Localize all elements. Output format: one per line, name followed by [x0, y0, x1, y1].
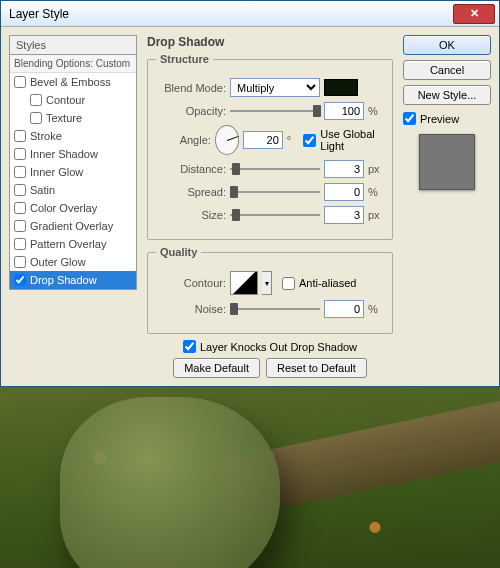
opacity-label: Opacity: [156, 105, 226, 117]
style-item-stroke[interactable]: Stroke [10, 127, 136, 145]
close-icon: ✕ [470, 7, 479, 20]
style-item-drop-shadow[interactable]: Drop Shadow [10, 271, 136, 289]
style-item-contour[interactable]: Contour [10, 91, 136, 109]
style-checkbox[interactable] [14, 166, 26, 178]
titlebar[interactable]: Layer Style ✕ [1, 1, 499, 27]
style-item-color-overlay[interactable]: Color Overlay [10, 199, 136, 217]
style-item-texture[interactable]: Texture [10, 109, 136, 127]
angle-dial[interactable] [215, 125, 239, 155]
angle-unit: ° [287, 134, 300, 146]
style-label: Pattern Overlay [30, 238, 106, 250]
angle-input[interactable] [243, 131, 283, 149]
antialiased-label: Anti-aliased [299, 277, 356, 289]
distance-label: Distance: [156, 163, 226, 175]
style-label: Satin [30, 184, 55, 196]
dialog-title: Layer Style [9, 7, 69, 21]
styles-panel: Styles Blending Options: Custom Bevel & … [9, 35, 137, 378]
contour-label: Contour: [156, 277, 226, 289]
knockout-label: Layer Knocks Out Drop Shadow [200, 341, 357, 353]
opacity-slider[interactable] [230, 104, 320, 118]
size-unit: px [368, 209, 384, 221]
settings-panel: Drop Shadow Structure Blend Mode: Multip… [141, 35, 399, 378]
panel-title: Drop Shadow [147, 35, 393, 49]
noise-label: Noise: [156, 303, 226, 315]
style-label: Bevel & Emboss [30, 76, 111, 88]
ok-button[interactable]: OK [403, 35, 491, 55]
structure-legend: Structure [156, 53, 213, 65]
structure-group: Structure Blend Mode: Multiply Opacity: … [147, 53, 393, 240]
blending-options-row[interactable]: Blending Options: Custom [10, 55, 136, 73]
style-label: Gradient Overlay [30, 220, 113, 232]
antialiased-checkbox[interactable] [282, 277, 295, 290]
style-item-gradient-overlay[interactable]: Gradient Overlay [10, 217, 136, 235]
style-checkbox[interactable] [14, 220, 26, 232]
global-light-checkbox[interactable] [303, 134, 316, 147]
style-label: Color Overlay [30, 202, 97, 214]
preview-checkbox[interactable] [403, 112, 416, 125]
style-checkbox[interactable] [14, 202, 26, 214]
size-input[interactable] [324, 206, 364, 224]
styles-header[interactable]: Styles [9, 35, 137, 55]
right-buttons: OK Cancel New Style... Preview [403, 35, 491, 378]
style-label: Drop Shadow [30, 274, 97, 286]
contour-dropdown[interactable]: ▾ [262, 271, 272, 295]
distance-unit: px [368, 163, 384, 175]
style-item-pattern-overlay[interactable]: Pattern Overlay [10, 235, 136, 253]
styles-list: Blending Options: Custom Bevel & EmbossC… [9, 55, 137, 290]
style-checkbox[interactable] [14, 184, 26, 196]
style-label: Contour [46, 94, 85, 106]
style-label: Stroke [30, 130, 62, 142]
make-default-button[interactable]: Make Default [173, 358, 260, 378]
preview-thumbnail [419, 134, 475, 190]
opacity-unit: % [368, 105, 384, 117]
size-label: Size: [156, 209, 226, 221]
style-item-bevel-emboss[interactable]: Bevel & Emboss [10, 73, 136, 91]
noise-input[interactable] [324, 300, 364, 318]
spread-unit: % [368, 186, 384, 198]
reset-default-button[interactable]: Reset to Default [266, 358, 367, 378]
cancel-button[interactable]: Cancel [403, 60, 491, 80]
style-checkbox[interactable] [14, 238, 26, 250]
style-checkbox[interactable] [14, 148, 26, 160]
style-label: Inner Shadow [30, 148, 98, 160]
spread-slider[interactable] [230, 185, 320, 199]
global-light-label: Use Global Light [320, 128, 384, 152]
style-checkbox[interactable] [14, 130, 26, 142]
style-checkbox[interactable] [14, 274, 26, 286]
blendmode-select[interactable]: Multiply [230, 78, 320, 97]
style-item-inner-shadow[interactable]: Inner Shadow [10, 145, 136, 163]
puzzle-piece-shape [60, 397, 280, 568]
noise-slider[interactable] [230, 302, 320, 316]
size-slider[interactable] [230, 208, 320, 222]
quality-legend: Quality [156, 246, 201, 258]
style-item-outer-glow[interactable]: Outer Glow [10, 253, 136, 271]
new-style-button[interactable]: New Style... [403, 85, 491, 105]
distance-slider[interactable] [230, 162, 320, 176]
style-label: Outer Glow [30, 256, 86, 268]
close-button[interactable]: ✕ [453, 4, 495, 24]
style-checkbox[interactable] [30, 94, 42, 106]
knockout-checkbox[interactable] [183, 340, 196, 353]
layer-style-dialog: Layer Style ✕ Styles Blending Options: C… [0, 0, 500, 387]
style-item-inner-glow[interactable]: Inner Glow [10, 163, 136, 181]
style-label: Texture [46, 112, 82, 124]
opacity-input[interactable] [324, 102, 364, 120]
style-item-satin[interactable]: Satin [10, 181, 136, 199]
canvas-preview: shancun [0, 387, 500, 568]
distance-input[interactable] [324, 160, 364, 178]
shadow-color-swatch[interactable] [324, 79, 358, 96]
style-label: Inner Glow [30, 166, 83, 178]
quality-group: Quality Contour: ▾ Anti-aliased Noise: % [147, 246, 393, 334]
preview-label: Preview [420, 113, 459, 125]
spread-input[interactable] [324, 183, 364, 201]
contour-swatch[interactable] [230, 271, 258, 295]
style-checkbox[interactable] [14, 76, 26, 88]
blendmode-label: Blend Mode: [156, 82, 226, 94]
spread-label: Spread: [156, 186, 226, 198]
style-checkbox[interactable] [30, 112, 42, 124]
style-checkbox[interactable] [14, 256, 26, 268]
noise-unit: % [368, 303, 384, 315]
angle-label: Angle: [156, 134, 211, 146]
